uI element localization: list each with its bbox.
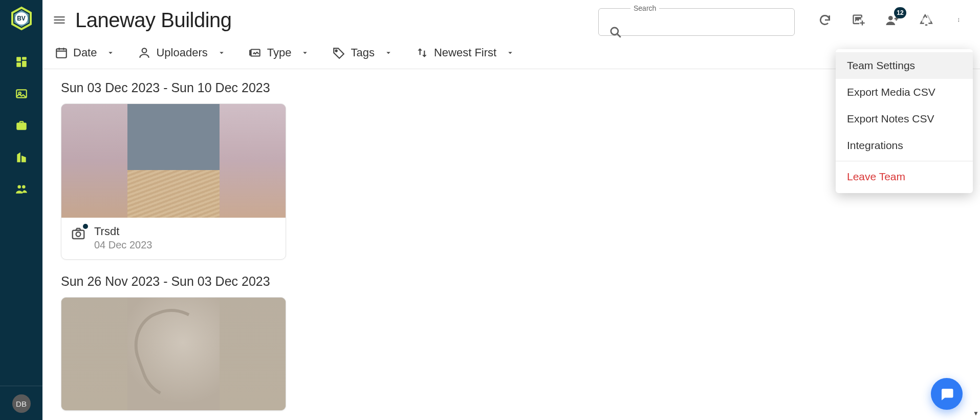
search-input[interactable] bbox=[624, 7, 789, 28]
date-range-header: Sun 03 Dec 2023 - Sun 10 Dec 2023 bbox=[61, 80, 962, 95]
filter-type[interactable]: Type bbox=[249, 46, 310, 59]
svg-rect-25 bbox=[250, 51, 251, 55]
filter-uploaders-label: Uploaders bbox=[156, 46, 207, 59]
filter-date[interactable]: Date bbox=[55, 46, 115, 59]
svg-point-26 bbox=[336, 50, 337, 52]
recycle-icon[interactable] bbox=[919, 12, 934, 28]
menu-team-settings[interactable]: Team Settings bbox=[836, 52, 973, 79]
filter-sort-label: Newest First bbox=[434, 46, 496, 59]
svg-point-8 bbox=[17, 185, 21, 188]
sidebar: BV DB bbox=[0, 0, 42, 420]
more-icon[interactable] bbox=[952, 12, 968, 28]
filter-uploaders[interactable]: Uploaders bbox=[138, 46, 226, 59]
camera-icon bbox=[71, 226, 86, 243]
svg-rect-24 bbox=[251, 50, 259, 56]
svg-rect-3 bbox=[22, 57, 27, 59]
chat-fab[interactable] bbox=[931, 378, 963, 410]
svg-rect-2 bbox=[16, 57, 21, 61]
menu-toggle-icon[interactable] bbox=[52, 12, 67, 28]
sidebar-briefcase-icon[interactable] bbox=[15, 119, 28, 132]
overflow-menu: Team Settings Export Media CSV Export No… bbox=[836, 49, 973, 193]
svg-point-13 bbox=[611, 28, 618, 35]
filter-sort[interactable]: Newest First bbox=[416, 46, 515, 59]
sidebar-dashboard-icon[interactable] bbox=[15, 55, 28, 69]
chevron-down-icon bbox=[384, 48, 393, 57]
svg-point-28 bbox=[76, 232, 81, 237]
search-icon bbox=[609, 26, 622, 41]
svg-point-17 bbox=[959, 19, 960, 20]
svg-point-18 bbox=[959, 21, 960, 22]
svg-rect-5 bbox=[16, 62, 21, 67]
svg-rect-12 bbox=[54, 23, 65, 24]
media-thumbnail bbox=[61, 104, 286, 218]
media-card[interactable]: Trsdt 04 Dec 2023 bbox=[61, 103, 286, 260]
avatar[interactable]: DB bbox=[12, 394, 31, 413]
chevron-down-icon bbox=[300, 48, 310, 57]
menu-divider bbox=[836, 161, 973, 161]
filter-tags-label: Tags bbox=[351, 46, 374, 59]
add-people-icon[interactable]: 12 bbox=[885, 12, 900, 28]
refresh-icon[interactable] bbox=[817, 12, 833, 28]
menu-export-notes[interactable]: Export Notes CSV bbox=[836, 106, 973, 132]
media-thumbnail bbox=[61, 298, 286, 410]
filter-type-label: Type bbox=[267, 46, 292, 59]
svg-point-16 bbox=[959, 18, 960, 19]
svg-point-23 bbox=[142, 48, 147, 53]
chevron-down-icon bbox=[106, 48, 115, 57]
filter-tags[interactable]: Tags bbox=[332, 46, 393, 59]
app-logo-text: BV bbox=[15, 12, 28, 25]
sidebar-people-icon[interactable] bbox=[15, 182, 28, 196]
svg-point-15 bbox=[888, 16, 893, 20]
media-date: 04 Dec 2023 bbox=[94, 239, 152, 251]
svg-point-9 bbox=[22, 185, 26, 188]
sidebar-gallery-icon[interactable] bbox=[15, 87, 28, 100]
svg-rect-19 bbox=[56, 49, 67, 57]
chevron-down-icon bbox=[506, 48, 515, 57]
sidebar-building-icon[interactable] bbox=[15, 151, 28, 164]
main: Laneway Building Search bbox=[42, 0, 980, 420]
scroll-indicator: ▼ bbox=[973, 410, 979, 417]
svg-rect-4 bbox=[22, 61, 27, 67]
filter-date-label: Date bbox=[73, 46, 97, 59]
date-range-header: Sun 26 Nov 2023 - Sun 03 Dec 2023 bbox=[61, 274, 962, 289]
menu-export-media[interactable]: Export Media CSV bbox=[836, 79, 973, 106]
svg-rect-11 bbox=[54, 19, 65, 20]
app-logo[interactable]: BV bbox=[9, 6, 34, 31]
menu-leave-team[interactable]: Leave Team bbox=[836, 163, 973, 190]
media-title: Trsdt bbox=[94, 225, 152, 238]
people-badge: 12 bbox=[894, 7, 906, 18]
chevron-down-icon bbox=[217, 48, 226, 57]
media-card[interactable] bbox=[61, 297, 286, 411]
page-title: Laneway Building bbox=[75, 9, 232, 32]
add-image-icon[interactable] bbox=[851, 12, 866, 28]
svg-line-14 bbox=[617, 34, 621, 37]
topbar: Laneway Building Search bbox=[42, 0, 980, 40]
menu-integrations[interactable]: Integrations bbox=[836, 132, 973, 159]
svg-rect-10 bbox=[54, 16, 65, 17]
search-field[interactable]: Search bbox=[598, 4, 795, 36]
